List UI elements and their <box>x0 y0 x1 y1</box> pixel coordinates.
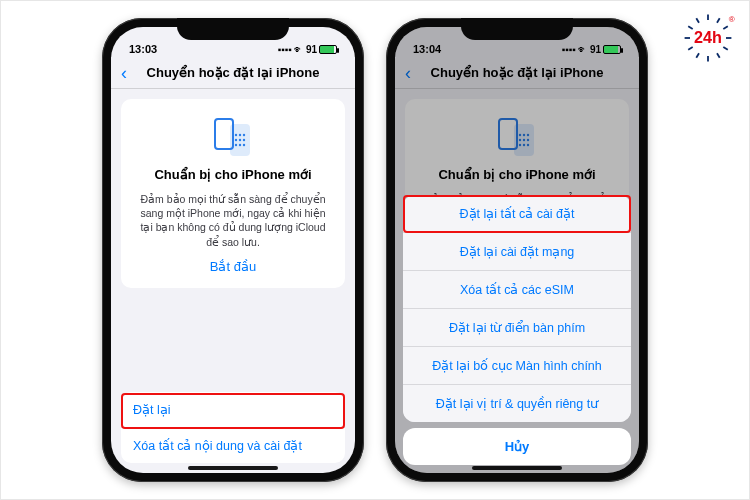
sheet-reset-all-settings[interactable]: Đặt lại tất cả cài đặt <box>403 195 631 232</box>
sheet-reset-home-layout[interactable]: Đặt lại bố cục Màn hình chính <box>403 346 631 384</box>
svg-point-14 <box>523 134 525 136</box>
prepare-heading: Chuẩn bị cho iPhone mới <box>417 167 617 182</box>
logo-24h: 24h ® <box>681 11 735 65</box>
sheet-cancel[interactable]: Hủy <box>403 428 631 465</box>
svg-line-26 <box>723 47 728 50</box>
logo-text: 24h <box>694 28 722 46</box>
svg-point-7 <box>243 139 245 141</box>
svg-point-15 <box>527 134 529 136</box>
home-indicator[interactable] <box>472 466 562 470</box>
svg-point-4 <box>243 134 245 136</box>
home-indicator[interactable] <box>188 466 278 470</box>
nav-bar: ‹ Chuyển hoặc đặt lại iPhone <box>111 57 355 89</box>
screen-left: 13:03 ▪▪▪▪ ᯤ 91 ‹ Chuyển hoặc đặt lại iP… <box>111 27 355 473</box>
svg-line-24 <box>723 26 728 29</box>
prepare-card: Chuẩn bị cho iPhone mới Đảm bảo mọi thứ … <box>121 99 345 288</box>
svg-point-17 <box>523 139 525 141</box>
start-button[interactable]: Bắt đầu <box>133 259 333 274</box>
options-list: Đặt lại Xóa tất cả nội dung và cài đặt <box>121 392 345 463</box>
screen-right: 13:04 ▪▪▪▪ ᯤ 91 ‹ Chuyển hoặc đặt lại iP… <box>395 27 639 473</box>
svg-point-2 <box>235 134 237 136</box>
wifi-icon: ᯤ <box>294 44 304 55</box>
option-reset[interactable]: Đặt lại <box>121 392 345 427</box>
sheet-reset-location-privacy[interactable]: Đặt lại vị trí & quyền riêng tư <box>403 384 631 422</box>
svg-point-9 <box>239 144 241 146</box>
action-sheet-list: Đặt lại tất cả cài đặt Đặt lại cài đặt m… <box>403 195 631 422</box>
transfer-icon <box>133 117 333 157</box>
battery-icon <box>603 45 621 54</box>
svg-point-5 <box>235 139 237 141</box>
svg-point-19 <box>519 144 521 146</box>
prepare-body: Đảm bảo mọi thứ sẵn sàng để chuyển sang … <box>133 192 333 249</box>
transfer-icon <box>417 117 617 157</box>
status-icons: ▪▪▪▪ ᯤ 91 <box>562 44 621 55</box>
svg-point-8 <box>235 144 237 146</box>
phone-right: 13:04 ▪▪▪▪ ᯤ 91 ‹ Chuyển hoặc đặt lại iP… <box>386 18 648 482</box>
svg-point-20 <box>523 144 525 146</box>
signal-icon: ▪▪▪▪ <box>278 44 292 55</box>
signal-icon: ▪▪▪▪ <box>562 44 576 55</box>
sheet-reset-keyboard[interactable]: Đặt lại từ điển bàn phím <box>403 308 631 346</box>
svg-point-16 <box>519 139 521 141</box>
nav-bar: ‹ Chuyển hoặc đặt lại iPhone <box>395 57 639 89</box>
svg-line-29 <box>696 53 699 58</box>
notch <box>177 18 289 40</box>
svg-point-10 <box>243 144 245 146</box>
prepare-heading: Chuẩn bị cho iPhone mới <box>133 167 333 182</box>
sheet-erase-esim[interactable]: Xóa tất cả các eSIM <box>403 270 631 308</box>
logo-registered: ® <box>729 15 735 24</box>
nav-title: Chuyển hoặc đặt lại iPhone <box>431 65 604 80</box>
svg-point-18 <box>527 139 529 141</box>
svg-line-27 <box>717 53 720 58</box>
back-button[interactable]: ‹ <box>405 63 411 84</box>
svg-line-23 <box>717 18 720 23</box>
svg-point-21 <box>527 144 529 146</box>
svg-point-6 <box>239 139 241 141</box>
battery-percent: 91 <box>590 44 601 55</box>
phone-left: 13:03 ▪▪▪▪ ᯤ 91 ‹ Chuyển hoặc đặt lại iP… <box>102 18 364 482</box>
action-sheet: Đặt lại tất cả cài đặt Đặt lại cài đặt m… <box>395 189 639 473</box>
nav-title: Chuyển hoặc đặt lại iPhone <box>147 65 320 80</box>
svg-line-33 <box>696 18 699 23</box>
status-time: 13:03 <box>129 43 157 55</box>
back-button[interactable]: ‹ <box>121 63 127 84</box>
battery-percent: 91 <box>306 44 317 55</box>
notch <box>461 18 573 40</box>
wifi-icon: ᯤ <box>578 44 588 55</box>
sheet-reset-network[interactable]: Đặt lại cài đặt mạng <box>403 232 631 270</box>
status-time: 13:04 <box>413 43 441 55</box>
option-erase-all[interactable]: Xóa tất cả nội dung và cài đặt <box>121 427 345 463</box>
svg-line-30 <box>688 47 693 50</box>
svg-point-3 <box>239 134 241 136</box>
svg-point-13 <box>519 134 521 136</box>
svg-line-32 <box>688 26 693 29</box>
battery-icon <box>319 45 337 54</box>
status-icons: ▪▪▪▪ ᯤ 91 <box>278 44 337 55</box>
